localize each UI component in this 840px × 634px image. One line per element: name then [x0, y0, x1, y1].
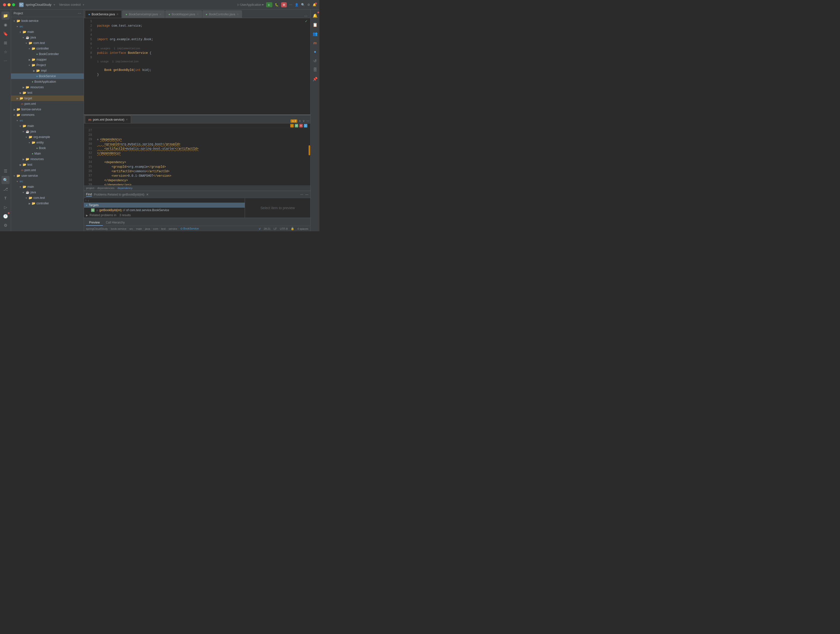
project-name[interactable]: springCloudStudy [26, 3, 52, 6]
tab-bookcontroller[interactable]: ● BookController.java ✕ [202, 10, 242, 18]
sc-bc-test[interactable]: test [161, 227, 166, 230]
panel-minimize-icon[interactable]: — [305, 193, 308, 196]
account-button[interactable]: 👤 [295, 3, 298, 6]
sc-bc-service[interactable]: service [169, 227, 177, 230]
close-button[interactable] [3, 3, 6, 6]
sc-bc-src[interactable]: src [129, 227, 133, 230]
call-hierarchy-tab[interactable]: Call Hierarchy [103, 220, 128, 226]
sidebar-item-structure[interactable]: ☰ [2, 167, 9, 175]
tree-item-target[interactable]: ▶ 📂 target [11, 96, 84, 101]
related-row[interactable]: ▶ Related problems in 3 results [84, 213, 245, 218]
tree-item-org-example[interactable]: ▾ 📂 org.example [11, 134, 84, 140]
sc-bc-book-service[interactable]: book-service [111, 227, 126, 230]
sidebar-item-settings[interactable]: ⚙ [2, 221, 9, 229]
tab-bookservice-close[interactable]: ✕ [117, 13, 118, 16]
tree-item-service[interactable]: ▾ 📂 Project [11, 62, 84, 68]
sidebar-item-plugins[interactable]: ⊞ [2, 39, 9, 47]
pom-more[interactable]: ⋯ [306, 119, 309, 123]
tree-item-commons[interactable]: ▾ 📂 commons [11, 112, 84, 118]
collapse-icon[interactable]: ∨ [303, 119, 305, 123]
right-notifications[interactable]: 🔔 [311, 11, 319, 20]
tree-item-borrow-service[interactable]: ▶ 📂 borrow-service [11, 107, 84, 112]
preview-tab[interactable]: Preview [86, 220, 103, 226]
target-row[interactable]: ▾ Targets [84, 203, 245, 208]
tree-item-bookapplication[interactable]: ● BookApplication [11, 79, 84, 84]
more-run-options[interactable]: ⋯ [289, 3, 292, 6]
scroll-up-btn[interactable]: ↑ [85, 199, 87, 202]
panel-options-icon[interactable]: ⋯ [300, 193, 303, 196]
tree-item-user-controller[interactable]: ▶ 📂 controller [11, 200, 84, 206]
sidebar-item-bookmarks[interactable]: 🔖 [2, 30, 9, 38]
tab-bookservice[interactable]: ● BookService.java ✕ [85, 10, 122, 18]
tree-item-java[interactable]: ▾ ☕ java [11, 35, 84, 40]
sidebar-item-more[interactable]: ··· [2, 57, 9, 65]
result-row-method[interactable]: m ⚠ getBookById(int) of of com.test.serv… [84, 208, 245, 213]
problems-tab[interactable]: Problems Related to getBookById(int) ✕ [94, 193, 148, 196]
profile-button[interactable]: ⊕ [281, 2, 287, 7]
tab-pom[interactable]: m pom.xml (book-service) ✕ [85, 116, 131, 123]
vcs-label[interactable]: Version control [59, 3, 81, 6]
right-pin[interactable]: 📌 [311, 75, 319, 83]
right-copilot[interactable]: 👥 [311, 30, 319, 38]
right-database[interactable]: 🗄 [311, 66, 319, 74]
sc-bc-project[interactable]: springCloudStudy [86, 227, 108, 230]
tree-item-resources[interactable]: ▶ 📂 resources [11, 84, 84, 90]
minimize-button[interactable] [8, 3, 11, 6]
status-encoding[interactable]: UTF-8 [280, 227, 288, 230]
scroll-down-btn[interactable]: ↓ [87, 199, 89, 202]
tab-bookmapper[interactable]: ● BookMapper.java ✕ [165, 10, 202, 18]
main-code-editor[interactable]: 1 2 3 4 5 6 7 8 9 package com.test.servi… [84, 18, 310, 114]
tree-item-commons-java[interactable]: ▾ ☕ java [11, 129, 84, 134]
tree-item-user-comtest[interactable]: ▾ 📂 com.test [11, 195, 84, 200]
right-history[interactable]: ↺ [311, 57, 319, 65]
tab-bookmapper-close[interactable]: ✕ [197, 13, 199, 16]
bc-dependencies[interactable]: dependencies [97, 186, 115, 189]
tab-bookserviceimpl-close[interactable]: ✕ [159, 13, 161, 16]
tab-pom-close[interactable]: ✕ [126, 118, 128, 121]
sc-bc-java[interactable]: java [145, 227, 150, 230]
tree-item-comtest[interactable]: ▾ 📂 com.test [11, 40, 84, 46]
debug-button[interactable]: 🐛 [275, 3, 279, 6]
tree-item-controller[interactable]: ▾ 📂 controller [11, 46, 84, 51]
tree-item-user-java[interactable]: ▾ ☕ java [11, 189, 84, 195]
right-vcs[interactable]: 📋 [311, 21, 319, 28]
tree-item-mapper[interactable]: ▶ 📂 mapper [11, 57, 84, 62]
tree-item-bookcontroller[interactable]: ● BookController [11, 51, 84, 57]
sidebar-item-vcs[interactable]: ◉ [2, 21, 9, 28]
sidebar-item-terminal[interactable]: T [2, 194, 9, 202]
bc-dependency[interactable]: dependency [117, 186, 133, 189]
right-circle[interactable]: ● [311, 48, 319, 56]
right-m[interactable]: m [311, 39, 319, 47]
tab-bar-more[interactable]: ⋯ [302, 14, 309, 18]
bc-project[interactable]: project [86, 186, 94, 189]
sc-bc-bookservice[interactable]: ⊙ BookService [180, 227, 199, 230]
run-config-selector[interactable]: ▷ UserApplication ▾ [237, 3, 264, 6]
tree-item-book[interactable]: ● Book [11, 145, 84, 151]
tree-item-commons-test[interactable]: ▶ 📂 test [11, 162, 84, 167]
tab-bookserviceimpl[interactable]: ● BookServiceImpl.java ✕ [122, 10, 165, 18]
run-button[interactable]: ▶ [266, 2, 272, 7]
problems-tab-close[interactable]: ✕ [146, 193, 148, 196]
tree-item-impl[interactable]: ▶ 📂 impl [11, 68, 84, 73]
tree-item-main-class[interactable]: ● Main [11, 151, 84, 156]
sidebar-item-git[interactable]: ⎇ [2, 185, 9, 193]
sc-bc-main[interactable]: main [136, 227, 142, 230]
status-linesep[interactable]: LF [274, 227, 277, 230]
sidebar-item-favorites[interactable]: ☆ [2, 48, 9, 56]
tree-item-pom-commons[interactable]: m pom.xml [11, 167, 84, 173]
status-lock[interactable]: 🔒 [291, 227, 294, 230]
status-vcs[interactable]: V [259, 227, 261, 230]
search-button[interactable]: 🔍 [301, 3, 305, 6]
tree-item-user-main[interactable]: ▾ 📂 main [11, 184, 84, 189]
tree-item-user-service[interactable]: ▾ 📂 user-service [11, 173, 84, 178]
tree-item-pom-book[interactable]: m pom.xml [11, 101, 84, 107]
tree-item-commons-resources[interactable]: ▶ 📂 resources [11, 156, 84, 162]
tree-item-commons-main[interactable]: ▾ 📂 main [11, 123, 84, 129]
pom-code[interactable]: ⊕ <dependency> <groupId>org.mybatis.spri… [94, 128, 308, 185]
tree-item-bookservice[interactable]: ● BookService [11, 73, 84, 79]
expand-icon[interactable]: ∧ [299, 119, 301, 123]
sc-bc-com[interactable]: com [153, 227, 158, 230]
find-tab[interactable]: Find [86, 192, 92, 197]
tree-item-commons-src[interactable]: ▾ src [11, 118, 84, 123]
tree-item-book-service[interactable]: ▾ 📂 book-service [11, 18, 84, 24]
